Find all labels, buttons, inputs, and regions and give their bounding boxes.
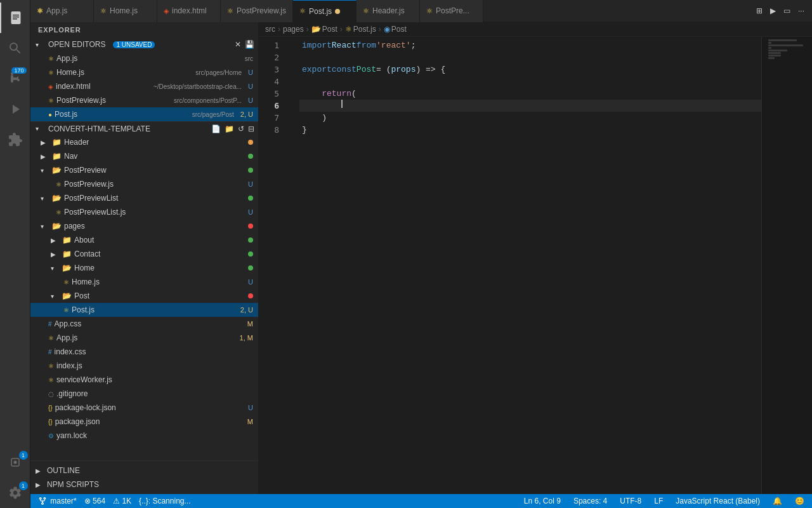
- status-spaces[interactable]: Spaces: 4: [571, 497, 610, 505]
- file-gitignore[interactable]: ◌ .gitignore: [30, 387, 258, 401]
- outline-header[interactable]: ▶ OUTLINE: [30, 464, 258, 478]
- nav-folder-arrow: ▶: [41, 153, 49, 160]
- activity-item-explorer[interactable]: [0, 3, 30, 33]
- tab-label-post-js: Post.js: [309, 7, 332, 16]
- activity-item-run[interactable]: [0, 94, 30, 124]
- folder-nav[interactable]: ▶ 📁 Nav: [30, 149, 258, 163]
- yarn-lock-name: yarn.lock: [56, 431, 253, 440]
- explorer-title: EXPLORER: [38, 26, 81, 34]
- about-folder-icon: 📁: [62, 236, 72, 244]
- activity-item-remote[interactable]: 1: [0, 447, 30, 478]
- play-icon[interactable]: ▶: [768, 5, 778, 17]
- split-editor-icon[interactable]: ⊞: [754, 5, 765, 17]
- file-serviceworker-js[interactable]: ⚛ serviceWorker.js: [30, 373, 258, 387]
- postpreviewlist-folder-name: PostPreviewList: [64, 194, 246, 203]
- file-yarn-lock[interactable]: ⚙ yarn.lock: [30, 429, 258, 443]
- save-all-icon[interactable]: 💾: [244, 39, 256, 50]
- file-postpreviewlist-js[interactable]: ⚛ PostPreviewList.js U: [30, 205, 258, 219]
- tab-post-js[interactable]: ⚛ Post.js: [293, 0, 357, 22]
- folder-contact[interactable]: ▶ 📁 Contact: [30, 247, 258, 261]
- tab-postpre[interactable]: ⚛ PostPre...: [420, 0, 483, 22]
- package-lock-json-name: package-lock.json: [55, 403, 246, 412]
- pages-folder-icon: 📂: [52, 222, 62, 231]
- index-css-icon: #: [48, 349, 52, 356]
- folder-postpreview[interactable]: ▾ 📂 PostPreview: [30, 163, 258, 177]
- app-js-icon: ⚛: [48, 335, 54, 342]
- status-line-ending[interactable]: LF: [652, 497, 665, 505]
- status-warnings[interactable]: ⚠ 1K: [110, 497, 134, 505]
- file-app-js[interactable]: ⚛ App.js 1, M: [30, 331, 258, 345]
- file-index-css[interactable]: # index.css: [30, 345, 258, 359]
- status-encoding[interactable]: UTF-8: [617, 497, 644, 505]
- tab-label-home-js: Home.js: [110, 6, 138, 15]
- open-editor-app-js[interactable]: ⚛ App.js src: [30, 51, 258, 65]
- folder-about[interactable]: ▶ 📁 About: [30, 233, 258, 247]
- breadcrumb-post-js[interactable]: ⚛Post.js: [345, 25, 376, 34]
- more-actions-icon[interactable]: ···: [796, 5, 807, 17]
- open-editor-index-html[interactable]: ◈ index.html ~/Desktop/startbootstrap-cl…: [30, 79, 258, 93]
- file-postpreview-js[interactable]: ⚛ PostPreview.js U: [30, 177, 258, 191]
- tab-icon-home-js: ⚛: [100, 7, 107, 15]
- file-home-js[interactable]: ⚛ Home.js U: [30, 275, 258, 289]
- code-area[interactable]: import React from 'react'; export const …: [299, 39, 812, 494]
- home-folder-dot: [248, 265, 253, 271]
- breadcrumb-pages[interactable]: pages: [283, 25, 304, 34]
- tab-index-html[interactable]: ◈ index.html: [157, 0, 221, 22]
- activity-item-search[interactable]: [0, 33, 30, 64]
- open-editors-header[interactable]: ▾ OPEN EDITORS 1 UNSAVED ✕ 💾: [30, 37, 258, 51]
- layout-icon[interactable]: ▭: [781, 5, 793, 17]
- convert-html-section-header[interactable]: ▾ CONVERT-HTML-TEMPLATE 📄 📁 ↺ ⊟: [30, 121, 258, 135]
- status-line-col[interactable]: Ln 6, Col 9: [521, 497, 563, 505]
- collapse-all-icon[interactable]: ⊟: [247, 123, 256, 135]
- status-feedback[interactable]: 😊: [792, 497, 807, 505]
- header-folder-icon: 📁: [52, 138, 62, 147]
- folder-postpreviewlist[interactable]: ▾ 📂 PostPreviewList: [30, 191, 258, 205]
- pages-folder-dot: [248, 224, 253, 229]
- tab-header-js[interactable]: ⚛ Header.js: [357, 0, 420, 22]
- tab-app-js[interactable]: ⚛ App.js: [30, 0, 94, 22]
- open-editor-home-js[interactable]: ⚛ Home.js src/pages/Home U: [30, 65, 258, 79]
- status-bar-left: master* ⊗ 564 ⚠ 1K {..}: Scanning...: [36, 497, 193, 506]
- breadcrumb-src[interactable]: src: [265, 25, 275, 34]
- folder-header[interactable]: ▶ 📁 Header: [30, 135, 258, 149]
- postpreview-folder-dot: [248, 168, 253, 173]
- postpreviewlist-folder-icon: 📂: [52, 194, 62, 203]
- folder-pages[interactable]: ▾ 📂 pages: [30, 219, 258, 233]
- activity-item-source-control[interactable]: 170: [0, 64, 30, 94]
- status-branch[interactable]: master*: [36, 497, 79, 506]
- file-index-js[interactable]: ⚛ index.js: [30, 359, 258, 373]
- package-json-badge: M: [247, 418, 253, 425]
- file-post-js[interactable]: ⚛ Post.js 2, U: [30, 303, 258, 317]
- activity-item-settings[interactable]: 1: [0, 478, 30, 508]
- status-language[interactable]: JavaScript React (Babel): [673, 497, 763, 505]
- line-num-2: 2: [264, 51, 289, 64]
- file-package-json[interactable]: {} package.json M: [30, 415, 258, 429]
- npm-scripts-header[interactable]: ▶ NPM SCRIPTS: [30, 478, 258, 491]
- home-folder-arrow: ▾: [51, 265, 60, 272]
- postpreviewlist-folder-arrow: ▾: [41, 195, 49, 202]
- status-bar-right: Ln 6, Col 9 Spaces: 4 UTF-8 LF JavaScrip…: [521, 497, 807, 505]
- open-editor-postpreview-js[interactable]: ⚛ PostPreview.js src/components/PostP...…: [30, 93, 258, 107]
- editor-content[interactable]: 1 2 3 4 5 6 7 8 i: [259, 37, 812, 494]
- new-file-icon[interactable]: 📄: [210, 123, 222, 135]
- status-errors[interactable]: ⊗ 564: [82, 497, 108, 505]
- contact-folder-icon: 📁: [62, 250, 72, 258]
- tab-home-js[interactable]: ⚛ Home.js: [94, 0, 157, 22]
- contact-folder-name: Contact: [74, 250, 246, 258]
- breadcrumb-post-folder[interactable]: 📂Post: [311, 25, 337, 34]
- breadcrumb-post-symbol[interactable]: ◉Post: [384, 25, 407, 34]
- file-package-lock-json[interactable]: {} package-lock.json U: [30, 401, 258, 415]
- tab-postpreview-js[interactable]: ⚛ PostPreview.js: [221, 0, 293, 22]
- folder-home[interactable]: ▾ 📂 Home: [30, 261, 258, 275]
- status-notifications[interactable]: 🔔: [770, 497, 785, 505]
- refresh-icon[interactable]: ↺: [237, 123, 246, 135]
- open-editor-post-js[interactable]: ● Post.js src/pages/Post 2, U: [30, 107, 258, 121]
- close-all-icon[interactable]: ✕: [233, 39, 242, 50]
- file-app-css[interactable]: # App.css M: [30, 317, 258, 331]
- minimap-line-6: [768, 52, 781, 54]
- activity-item-extensions[interactable]: [0, 124, 30, 155]
- new-folder-icon[interactable]: 📁: [223, 123, 235, 135]
- line-num-4: 4: [264, 76, 289, 88]
- folder-post[interactable]: ▾ 📂 Post: [30, 289, 258, 303]
- sidebar-bottom: ▶ OUTLINE ▶ NPM SCRIPTS: [30, 460, 258, 494]
